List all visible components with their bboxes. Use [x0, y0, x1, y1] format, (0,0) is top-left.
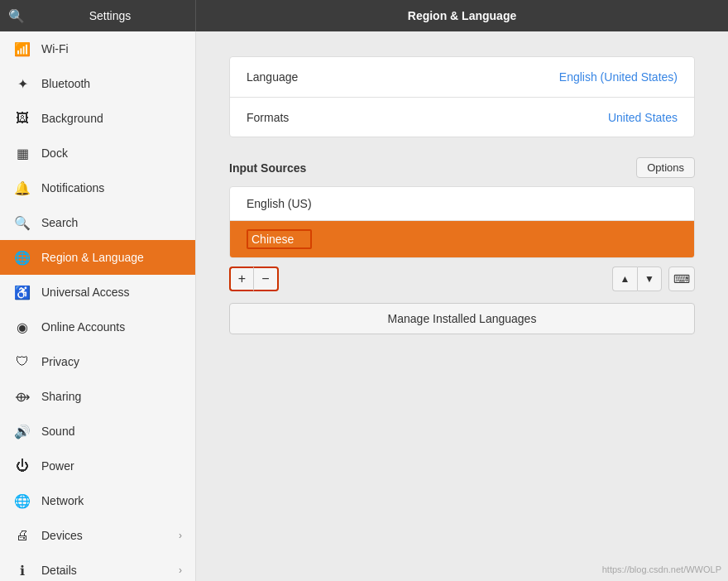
formats-label: Formats — [247, 111, 608, 124]
main-layout: 📶Wi-Fi✦Bluetooth🖼Background▦Dock🔔Notific… — [0, 31, 728, 581]
sidebar-label-sound: Sound — [41, 425, 182, 438]
page-title: Region & Language — [408, 9, 516, 22]
online-accounts-icon: ◉ — [13, 318, 31, 336]
titlebar-right: Region & Language — [196, 9, 728, 22]
sharing-icon: ⟴ — [13, 387, 31, 406]
sidebar-item-network[interactable]: 🌐Network — [0, 483, 195, 518]
sidebar-label-search: Search — [41, 216, 182, 229]
sidebar-label-privacy: Privacy — [41, 355, 182, 368]
sidebar-label-network: Network — [41, 494, 182, 507]
privacy-icon: 🛡 — [13, 353, 31, 371]
devices-icon: 🖨 — [13, 526, 31, 545]
language-label: Language — [247, 70, 559, 84]
sidebar-label-dock: Dock — [41, 146, 182, 160]
dock-icon: ▦ — [13, 144, 31, 162]
power-icon: ⏻ — [13, 457, 31, 475]
sidebar-item-notifications[interactable]: 🔔Notifications — [0, 170, 195, 205]
sidebar-label-region-language: Region & Language — [41, 251, 182, 264]
controls-row: + − ▲ ▼ ⌨ — [229, 266, 695, 291]
titlebar-left: 🔍 Settings — [0, 0, 196, 31]
content-area: Language English (United States) Formats… — [196, 31, 728, 581]
details-icon: ℹ — [13, 561, 31, 579]
sidebar-label-notifications: Notifications — [41, 181, 182, 194]
sidebar-label-background: Background — [41, 112, 182, 125]
chinese-label: Chinese — [247, 229, 312, 249]
wifi-icon: 📶 — [13, 40, 31, 58]
sidebar-item-sharing[interactable]: ⟴Sharing — [0, 379, 195, 414]
sidebar-label-bluetooth: Bluetooth — [41, 77, 182, 90]
titlebar: 🔍 Settings Region & Language — [0, 0, 728, 31]
sidebar-label-online-accounts: Online Accounts — [41, 320, 182, 334]
input-sources-title: Input Sources — [229, 161, 636, 175]
sidebar-item-search[interactable]: 🔍Search — [0, 205, 195, 240]
bluetooth-icon: ✦ — [13, 74, 31, 93]
background-icon: 🖼 — [13, 109, 31, 127]
watermark: https://blog.csdn.net/WWOLP — [602, 564, 721, 574]
sidebar-item-sound[interactable]: 🔊Sound — [0, 414, 195, 449]
sidebar-item-region-language[interactable]: 🌐Region & Language — [0, 240, 195, 275]
sidebar-item-wifi[interactable]: 📶Wi-Fi — [0, 31, 195, 66]
notifications-icon: 🔔 — [13, 179, 31, 197]
sidebar: 📶Wi-Fi✦Bluetooth🖼Background▦Dock🔔Notific… — [0, 31, 196, 581]
language-value[interactable]: English (United States) — [559, 70, 678, 84]
region-language-icon: 🌐 — [13, 248, 31, 266]
language-formats-card: Language English (United States) Formats… — [229, 56, 695, 137]
network-icon: 🌐 — [13, 492, 31, 510]
formats-value[interactable]: United States — [608, 111, 678, 124]
input-sources-header: Input Sources Options — [229, 157, 695, 178]
manage-languages-button[interactable]: Manage Installed Languages — [229, 303, 695, 334]
sidebar-item-dock[interactable]: ▦Dock — [0, 136, 195, 170]
sidebar-item-universal-access[interactable]: ♿Universal Access — [0, 275, 195, 310]
sidebar-label-details: Details — [41, 564, 179, 577]
sidebar-item-power[interactable]: ⏻Power — [0, 449, 195, 483]
input-sources-list: English (US) Chinese — [229, 186, 695, 258]
sidebar-item-bluetooth[interactable]: ✦Bluetooth — [0, 66, 195, 101]
universal-access-icon: ♿ — [13, 283, 31, 301]
sidebar-item-online-accounts[interactable]: ◉Online Accounts — [0, 310, 195, 344]
add-source-button[interactable]: + — [229, 266, 254, 291]
move-down-button[interactable]: ▼ — [637, 266, 662, 291]
chevron-right-icon: › — [179, 530, 182, 541]
app-title: Settings — [25, 9, 195, 22]
sidebar-label-sharing: Sharing — [41, 390, 182, 403]
options-button[interactable]: Options — [636, 157, 695, 178]
sidebar-label-devices: Devices — [41, 529, 179, 542]
sidebar-item-devices[interactable]: 🖨Devices› — [0, 518, 195, 553]
move-up-button[interactable]: ▲ — [612, 266, 637, 291]
chevron-right-icon: › — [179, 564, 182, 576]
formats-row: Formats United States — [230, 97, 694, 137]
sidebar-label-wifi: Wi-Fi — [41, 42, 182, 55]
sidebar-label-power: Power — [41, 459, 182, 473]
sidebar-item-privacy[interactable]: 🛡Privacy — [0, 344, 195, 379]
search-icon[interactable]: 🔍 — [8, 8, 25, 24]
keyboard-settings-button[interactable]: ⌨ — [668, 266, 695, 291]
input-source-english[interactable]: English (US) — [230, 187, 694, 220]
sidebar-label-universal-access: Universal Access — [41, 286, 182, 299]
search-icon: 🔍 — [13, 214, 31, 232]
sound-icon: 🔊 — [13, 422, 31, 440]
language-row: Language English (United States) — [230, 57, 694, 97]
sidebar-item-background[interactable]: 🖼Background — [0, 101, 195, 136]
sidebar-item-details[interactable]: ℹDetails› — [0, 553, 195, 581]
input-source-chinese[interactable]: Chinese — [230, 220, 694, 257]
remove-source-button[interactable]: − — [254, 266, 279, 291]
